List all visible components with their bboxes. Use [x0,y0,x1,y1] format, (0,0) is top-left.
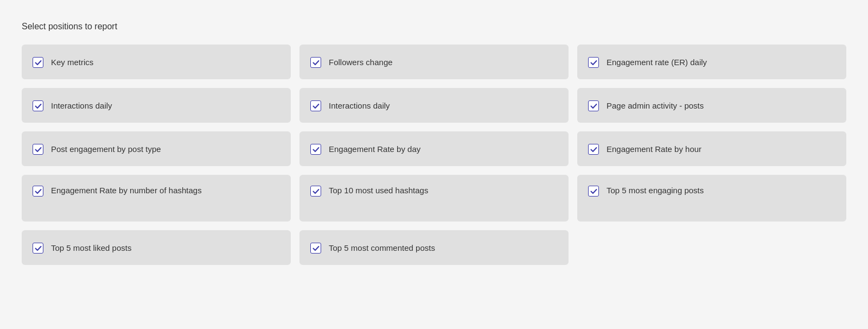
checkbox-wrapper-top-10-most-used-hashtags [310,186,321,197]
checkbox-icon-interactions-daily-1[interactable] [33,100,43,111]
checkbox-card-key-metrics[interactable]: Key metrics [22,45,291,79]
card-label-interactions-daily-1: Interactions daily [51,100,112,111]
card-label-interactions-daily-2: Interactions daily [329,100,390,111]
card-label-engagement-rate-by-day: Engagement Rate by day [329,143,420,155]
card-label-engagement-rate-by-hour: Engagement Rate by hour [607,143,701,155]
checkbox-card-page-admin-activity-posts[interactable]: Page admin activity - posts [577,88,846,123]
checkbox-icon-engagement-rate-by-day[interactable] [310,144,321,155]
checkbox-wrapper-followers-change [310,57,321,68]
checkbox-icon-top-5-most-engaging-posts[interactable] [588,186,599,197]
checkbox-icon-engagement-rate-by-number-of-hashtags[interactable] [33,186,43,197]
checkbox-wrapper-top-5-most-engaging-posts [588,186,599,197]
checkbox-card-engagement-rate-by-day[interactable]: Engagement Rate by day [299,131,569,166]
checkbox-wrapper-page-admin-activity-posts [588,100,599,111]
card-label-followers-change: Followers change [329,56,393,68]
checkbox-wrapper-interactions-daily-2 [310,100,321,111]
checkbox-wrapper-top-5-most-liked-posts [33,243,43,254]
card-label-key-metrics: Key metrics [51,56,93,68]
checkbox-icon-top-5-most-liked-posts[interactable] [33,243,43,254]
checkbox-card-top-5-most-liked-posts[interactable]: Top 5 most liked posts [22,230,291,265]
checkbox-card-interactions-daily-1[interactable]: Interactions daily [22,88,291,123]
checkbox-wrapper-interactions-daily-1 [33,100,43,111]
card-label-post-engagement-by-post-type: Post engagement by post type [51,143,161,155]
card-label-engagement-rate-by-number-of-hashtags: Engagement Rate by number of hashtags [51,185,202,196]
checkbox-card-engagement-rate-by-hour[interactable]: Engagement Rate by hour [577,131,846,166]
checkbox-icon-top-10-most-used-hashtags[interactable] [310,186,321,197]
card-label-page-admin-activity-posts: Page admin activity - posts [607,100,704,111]
checkbox-wrapper-engagement-rate-by-day [310,144,321,155]
card-label-top-10-most-used-hashtags: Top 10 most used hashtags [329,185,428,196]
checkbox-icon-interactions-daily-2[interactable] [310,100,321,111]
card-label-engagement-rate-er-daily: Engagement rate (ER) daily [607,56,707,68]
card-label-top-5-most-commented-posts: Top 5 most commented posts [329,242,435,254]
checkbox-card-post-engagement-by-post-type[interactable]: Post engagement by post type [22,131,291,166]
checkbox-card-interactions-daily-2[interactable]: Interactions daily [299,88,569,123]
checkbox-icon-top-5-most-commented-posts[interactable] [310,243,321,254]
checkbox-icon-engagement-rate-er-daily[interactable] [588,57,599,68]
options-grid: Key metrics Followers change Engagement … [22,45,846,265]
checkbox-icon-page-admin-activity-posts[interactable] [588,100,599,111]
checkbox-card-engagement-rate-er-daily[interactable]: Engagement rate (ER) daily [577,45,846,79]
checkbox-icon-post-engagement-by-post-type[interactable] [33,144,43,155]
checkbox-card-engagement-rate-by-number-of-hashtags[interactable]: Engagement Rate by number of hashtags [22,175,291,222]
checkbox-wrapper-key-metrics [33,57,43,68]
checkbox-icon-key-metrics[interactable] [33,57,43,68]
checkbox-card-top-5-most-engaging-posts[interactable]: Top 5 most engaging posts [577,175,846,222]
card-label-top-5-most-liked-posts: Top 5 most liked posts [51,242,131,254]
checkbox-icon-engagement-rate-by-hour[interactable] [588,144,599,155]
checkbox-wrapper-post-engagement-by-post-type [33,144,43,155]
checkbox-wrapper-top-5-most-commented-posts [310,243,321,254]
page-container: Select positions to report Key metrics F… [22,22,846,265]
checkbox-card-top-5-most-commented-posts[interactable]: Top 5 most commented posts [299,230,569,265]
section-title: Select positions to report [22,22,846,31]
card-label-top-5-most-engaging-posts: Top 5 most engaging posts [607,185,704,196]
checkbox-card-top-10-most-used-hashtags[interactable]: Top 10 most used hashtags [299,175,569,222]
checkbox-wrapper-engagement-rate-by-number-of-hashtags [33,186,43,197]
checkbox-wrapper-engagement-rate-er-daily [588,57,599,68]
checkbox-wrapper-engagement-rate-by-hour [588,144,599,155]
checkbox-card-followers-change[interactable]: Followers change [299,45,569,79]
checkbox-icon-followers-change[interactable] [310,57,321,68]
